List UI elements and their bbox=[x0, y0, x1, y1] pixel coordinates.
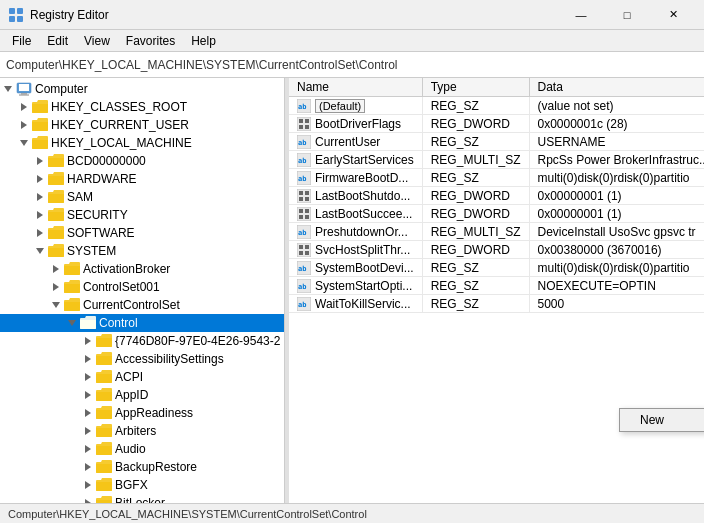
tree-item-hklm[interactable]: HKEY_LOCAL_MACHINE bbox=[0, 134, 284, 152]
expander-bitlocker[interactable] bbox=[80, 495, 96, 503]
type-icon: ab bbox=[297, 135, 311, 149]
type-icon: ab bbox=[297, 171, 311, 185]
tree-item-sam[interactable]: SAM bbox=[0, 188, 284, 206]
menu-item-file[interactable]: File bbox=[4, 32, 39, 50]
svg-rect-5 bbox=[19, 84, 29, 91]
table-row[interactable]: abCurrentUserREG_SZUSERNAME bbox=[289, 133, 704, 151]
table-row[interactable]: abFirmwareBootD...REG_SZmulti(0)disk(0)r… bbox=[289, 169, 704, 187]
tree-item-controlset001[interactable]: ControlSet001 bbox=[0, 278, 284, 296]
svg-rect-0 bbox=[9, 8, 15, 14]
expander-appid[interactable] bbox=[80, 387, 96, 403]
svg-text:ab: ab bbox=[298, 157, 306, 165]
tree-label-hkcu: HKEY_CURRENT_USER bbox=[51, 116, 189, 134]
maximize-button[interactable]: □ bbox=[604, 0, 650, 30]
expander-7774[interactable] bbox=[80, 333, 96, 349]
entry-type: REG_SZ bbox=[422, 169, 529, 187]
expander-appreadiness[interactable] bbox=[80, 405, 96, 421]
tree-item-control[interactable]: Control bbox=[0, 314, 284, 332]
tree-item-arbiters[interactable]: Arbiters bbox=[0, 422, 284, 440]
tree-item-accessibilitysettings[interactable]: AccessibilitySettings bbox=[0, 350, 284, 368]
expander-sam[interactable] bbox=[32, 189, 48, 205]
table-row[interactable]: LastBootShutdo...REG_DWORD0x00000001 (1) bbox=[289, 187, 704, 205]
expander-controlset001[interactable] bbox=[48, 279, 64, 295]
tree-item-hardware[interactable]: HARDWARE bbox=[0, 170, 284, 188]
svg-rect-25 bbox=[305, 197, 309, 201]
minimize-button[interactable]: — bbox=[558, 0, 604, 30]
svg-rect-24 bbox=[299, 197, 303, 201]
expander-software[interactable] bbox=[32, 225, 48, 241]
menu-item-help[interactable]: Help bbox=[183, 32, 224, 50]
expander-bgfx[interactable] bbox=[80, 477, 96, 493]
tree-item-system[interactable]: SYSTEM bbox=[0, 242, 284, 260]
folder-icon-backuprestore bbox=[96, 460, 112, 474]
entry-name: (Default) bbox=[315, 99, 365, 113]
tree-item-backuprestore[interactable]: BackupRestore bbox=[0, 458, 284, 476]
expander-hardware[interactable] bbox=[32, 171, 48, 187]
svg-rect-37 bbox=[305, 251, 309, 255]
address-path[interactable]: Computer\HKEY_LOCAL_MACHINE\SYSTEM\Curre… bbox=[6, 58, 397, 72]
type-icon: ab bbox=[297, 153, 311, 167]
tree-item-computer[interactable]: Computer bbox=[0, 80, 284, 98]
table-row[interactable]: abWaitToKillServic...REG_SZ5000 bbox=[289, 295, 704, 313]
tree-item-appid[interactable]: AppID bbox=[0, 386, 284, 404]
tree-item-activationbroker[interactable]: ActivationBroker bbox=[0, 260, 284, 278]
expander-security[interactable] bbox=[32, 207, 48, 223]
table-row[interactable]: abEarlyStartServicesREG_MULTI_SZRpcSs Po… bbox=[289, 151, 704, 169]
expander-hkcr[interactable] bbox=[16, 99, 32, 115]
tree-item-acpi[interactable]: ACPI bbox=[0, 368, 284, 386]
expander-backuprestore[interactable] bbox=[80, 459, 96, 475]
tree-item-currentcontrolset[interactable]: CurrentControlSet bbox=[0, 296, 284, 314]
table-row[interactable]: ab(Default)REG_SZ(value not set) bbox=[289, 97, 704, 115]
expander-audio[interactable] bbox=[80, 441, 96, 457]
table-row[interactable]: abSystemStartOpti...REG_SZNOEXECUTE=OPTI… bbox=[289, 277, 704, 295]
expander-currentcontrolset[interactable] bbox=[48, 297, 64, 313]
expander-hklm[interactable] bbox=[16, 135, 32, 151]
tree-label-control: Control bbox=[99, 314, 138, 332]
tree-label-bitlocker: BitLocker bbox=[115, 494, 165, 503]
tree-item-7774[interactable]: {7746D80F-97E0-4E26-9543-2 bbox=[0, 332, 284, 350]
registry-table: Name Type Data ab(Default)REG_SZ(value n… bbox=[289, 78, 704, 313]
svg-rect-28 bbox=[305, 209, 309, 213]
table-row[interactable]: LastBootSuccee...REG_DWORD0x00000001 (1) bbox=[289, 205, 704, 223]
tree-item-security[interactable]: SECURITY bbox=[0, 206, 284, 224]
tree-item-appreadiness[interactable]: AppReadiness bbox=[0, 404, 284, 422]
table-row[interactable]: SvcHostSplitThr...REG_DWORD0x00380000 (3… bbox=[289, 241, 704, 259]
expander-activationbroker[interactable] bbox=[48, 261, 64, 277]
tree-item-hkcr[interactable]: HKEY_CLASSES_ROOT bbox=[0, 98, 284, 116]
tree-scroll[interactable]: Computer HKEY_CLASSES_ROOT HKEY_CURRENT_… bbox=[0, 78, 284, 503]
entry-name: CurrentUser bbox=[315, 135, 380, 149]
expander-control[interactable] bbox=[64, 315, 80, 331]
menu-item-view[interactable]: View bbox=[76, 32, 118, 50]
registry-panel[interactable]: Name Type Data ab(Default)REG_SZ(value n… bbox=[289, 78, 704, 503]
tree-item-hkcu[interactable]: HKEY_CURRENT_USER bbox=[0, 116, 284, 134]
tree-item-bcd[interactable]: BCD00000000 bbox=[0, 152, 284, 170]
ctx-new-item[interactable]: New ▶ bbox=[620, 409, 704, 431]
tree-item-bitlocker[interactable]: BitLocker bbox=[0, 494, 284, 503]
entry-type: REG_SZ bbox=[422, 259, 529, 277]
close-button[interactable]: ✕ bbox=[650, 0, 696, 30]
entry-name: WaitToKillServic... bbox=[315, 297, 411, 311]
svg-rect-35 bbox=[305, 245, 309, 249]
expander-computer[interactable] bbox=[0, 81, 16, 97]
expander-hkcu[interactable] bbox=[16, 117, 32, 133]
tree-label-sam: SAM bbox=[67, 188, 93, 206]
table-row[interactable]: BootDriverFlagsREG_DWORD0x0000001c (28) bbox=[289, 115, 704, 133]
folder-icon-hardware bbox=[48, 172, 64, 186]
tree-label-appreadiness: AppReadiness bbox=[115, 404, 193, 422]
tree-item-software[interactable]: SOFTWARE bbox=[0, 224, 284, 242]
table-row[interactable]: abPreshutdownOr...REG_MULTI_SZDeviceInst… bbox=[289, 223, 704, 241]
tree-label-arbiters: Arbiters bbox=[115, 422, 156, 440]
expander-acpi[interactable] bbox=[80, 369, 96, 385]
expander-bcd[interactable] bbox=[32, 153, 48, 169]
entry-name: LastBootSuccee... bbox=[315, 207, 412, 221]
menu-item-edit[interactable]: Edit bbox=[39, 32, 76, 50]
expander-arbiters[interactable] bbox=[80, 423, 96, 439]
table-row[interactable]: abSystemBootDevi...REG_SZmulti(0)disk(0)… bbox=[289, 259, 704, 277]
expander-system[interactable] bbox=[32, 243, 48, 259]
tree-item-audio[interactable]: Audio bbox=[0, 440, 284, 458]
svg-text:ab: ab bbox=[298, 229, 306, 237]
entry-type: REG_DWORD bbox=[422, 205, 529, 223]
tree-item-bgfx[interactable]: BGFX bbox=[0, 476, 284, 494]
menu-item-favorites[interactable]: Favorites bbox=[118, 32, 183, 50]
expander-accessibilitysettings[interactable] bbox=[80, 351, 96, 367]
